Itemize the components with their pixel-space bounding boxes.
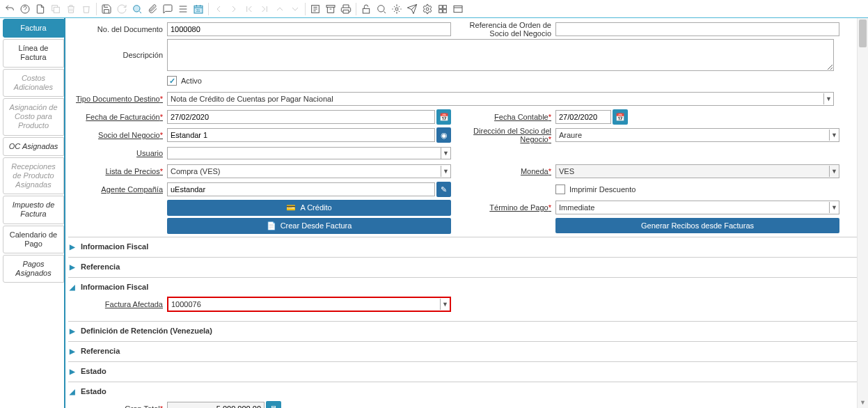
- chevron-right-icon: ▶: [68, 243, 77, 251]
- down-icon: [288, 2, 302, 16]
- separator: [356, 3, 356, 15]
- section-header-referencia-1[interactable]: ▶Referencia: [68, 260, 861, 273]
- label-gran-total: Gran Total: [68, 405, 167, 408]
- first-icon: [242, 2, 256, 16]
- separator: [305, 3, 306, 15]
- tool-icon[interactable]: [436, 2, 450, 16]
- delete-icon: [64, 2, 78, 16]
- input-agente[interactable]: [167, 182, 435, 196]
- report-icon[interactable]: [308, 2, 322, 16]
- tab-pagos-asignados[interactable]: Pagos Asignados: [3, 255, 64, 283]
- select-tipo-doc-destino[interactable]: Nota de Crédito de Cuentas por Pagar Nac…: [167, 92, 834, 106]
- section-header-estado-2[interactable]: ◢Estado: [68, 385, 861, 398]
- tab-recepciones: Recepciones de Producto Asignadas: [3, 157, 64, 195]
- attach-icon[interactable]: [145, 2, 159, 16]
- copy-icon: 📄: [267, 221, 276, 230]
- svg-rect-13: [439, 9, 443, 13]
- send-icon[interactable]: [405, 2, 419, 16]
- svg-rect-15: [454, 6, 462, 12]
- svg-point-8: [378, 5, 384, 11]
- label-ref-orden: Referencia de Orden de Socio del Negocio: [457, 21, 555, 38]
- svg-rect-12: [443, 5, 447, 8]
- calendar-btn-contable[interactable]: 📅: [613, 109, 628, 125]
- scrollbar[interactable]: ▲ ▼: [857, 18, 868, 408]
- select-termino-pago[interactable]: Immediate▼: [555, 201, 839, 214]
- lookup-socio-icon[interactable]: ◉: [436, 127, 451, 143]
- trash-icon: [79, 2, 93, 16]
- section-header-info-fiscal-2[interactable]: ◢Informacion Fiscal: [68, 281, 861, 293]
- chevron-right-icon: ▶: [68, 263, 77, 271]
- process-icon[interactable]: [390, 2, 404, 16]
- chat-icon[interactable]: [161, 2, 175, 16]
- select-lista-precios[interactable]: Compra (VES)▼: [167, 164, 451, 178]
- section-header-def-retencion[interactable]: ▶Definición de Retención (Venezuela): [68, 324, 861, 337]
- label-usuario: Usuario: [68, 149, 167, 157]
- input-ref-orden[interactable]: [555, 22, 839, 36]
- label-termino-pago: Término de Pago: [457, 203, 555, 212]
- copy-icon: [49, 2, 63, 16]
- select-usuario[interactable]: ▼: [167, 147, 451, 159]
- section-header-info-fiscal-1[interactable]: ▶Informacion Fiscal: [68, 240, 861, 253]
- btn-a-credito[interactable]: 💳A Crédito: [167, 200, 451, 216]
- new-doc-icon[interactable]: [33, 2, 47, 16]
- label-no-documento: No. del Documento: [68, 25, 167, 33]
- archive-icon[interactable]: [324, 2, 338, 16]
- help-icon[interactable]: [18, 2, 32, 16]
- svg-rect-6: [326, 5, 335, 7]
- calendar-btn-facturacion[interactable]: 📅: [436, 109, 451, 125]
- tab-calendario-pago[interactable]: Calendario de Pago: [3, 226, 64, 253]
- label-direccion-socio: Dirección del Socio del Negocio: [457, 127, 555, 143]
- label-descripcion: Descripción: [68, 51, 167, 59]
- btn-generar-recibos[interactable]: Generar Recibos desde Facturas: [555, 218, 839, 233]
- section-referencia-2: ▶Referencia: [68, 341, 861, 360]
- separator: [96, 3, 97, 15]
- tab-factura[interactable]: Factura: [3, 19, 64, 38]
- scrollbar-thumb[interactable]: [859, 19, 867, 47]
- input-fecha-facturacion[interactable]: [167, 110, 435, 124]
- tab-oc-asignadas[interactable]: OC Asignadas: [3, 137, 64, 156]
- credit-icon: 💳: [286, 203, 296, 212]
- save-icon[interactable]: [100, 2, 113, 16]
- svg-rect-14: [443, 9, 447, 13]
- label-socio-negocio: Socio del Negocio: [68, 131, 167, 139]
- input-socio-negocio[interactable]: [167, 128, 435, 142]
- input-fecha-contable[interactable]: [555, 110, 611, 124]
- scroll-down-icon[interactable]: ▼: [858, 397, 868, 408]
- input-gran-total: [167, 402, 265, 408]
- undo-icon[interactable]: [3, 2, 17, 16]
- list-icon[interactable]: [176, 2, 190, 16]
- search-highlight-icon[interactable]: [130, 2, 144, 16]
- chevron-right-icon: ▶: [68, 368, 77, 375]
- calendar-icon[interactable]: 31: [191, 2, 205, 16]
- tab-linea-factura[interactable]: Línea de Factura: [3, 39, 64, 67]
- section-header-estado-1[interactable]: ▶Estado: [68, 365, 861, 377]
- select-moneda: VES▼: [555, 164, 839, 178]
- lookup-agente-icon[interactable]: ✎: [436, 182, 451, 197]
- form-content: No. del Documento Referencia de Orden de…: [65, 18, 868, 408]
- refresh-icon: [115, 2, 129, 16]
- panel-icon[interactable]: [451, 2, 465, 16]
- tab-impuesto-factura[interactable]: Impuesto de Factura: [3, 196, 64, 223]
- calc-icon[interactable]: 🖩: [266, 401, 281, 408]
- chevron-down-icon: ◢: [68, 388, 77, 395]
- section-estado-2: ◢Estado Gran Total 🖩 Estado del Document…: [68, 382, 861, 408]
- print-icon[interactable]: [339, 2, 353, 16]
- btn-crear-desde-factura[interactable]: 📄Crear Desde Factura: [167, 218, 451, 234]
- section-header-referencia-2[interactable]: ▶Referencia: [68, 345, 861, 357]
- lock-icon[interactable]: [359, 2, 373, 16]
- section-estado-1: ▶Estado: [68, 361, 861, 380]
- section-def-retencion: ▶Definición de Retención (Venezuela): [68, 321, 861, 340]
- input-no-documento[interactable]: [167, 22, 451, 36]
- last-icon: [258, 2, 271, 16]
- label-moneda: Moneda: [457, 167, 555, 175]
- checkbox-imprimir-descuento[interactable]: ✓: [555, 185, 565, 194]
- sidebar: Factura Línea de Factura Costos Adiciona…: [0, 18, 65, 408]
- tab-asignacion-costo: Asignación de Costo para Producto: [3, 98, 64, 136]
- select-factura-afectada[interactable]: 1000076▼: [167, 297, 451, 312]
- textarea-descripcion[interactable]: [167, 39, 834, 71]
- zoom-icon[interactable]: [374, 2, 388, 16]
- checkbox-activo[interactable]: ✓: [167, 76, 177, 86]
- settings-icon[interactable]: [420, 2, 434, 16]
- label-factura-afectada: Factura Afectada: [68, 300, 167, 308]
- select-direccion-socio[interactable]: Araure▼: [555, 128, 839, 142]
